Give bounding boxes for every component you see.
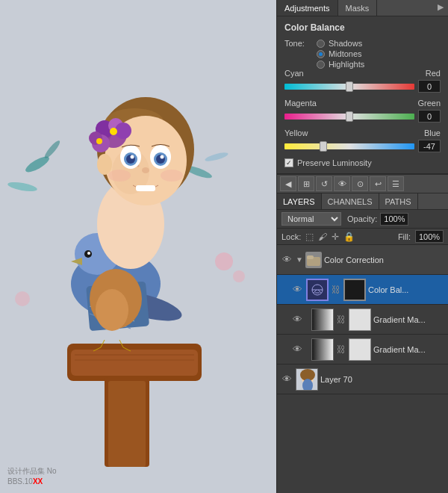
yellow-blue-thumb[interactable] xyxy=(320,141,327,152)
toolbar-btn-refresh[interactable]: ↺ xyxy=(316,176,332,191)
magenta-label: Magenta xyxy=(284,99,317,108)
layer-group-color-correction[interactable]: 👁 ▼ Color Correction xyxy=(277,245,448,275)
layers-options-row: Normal Multiply Screen Overlay Opacity: xyxy=(277,210,448,229)
blend-mode-select[interactable]: Normal Multiply Screen Overlay xyxy=(281,212,341,226)
magenta-green-value[interactable] xyxy=(418,110,441,123)
svg-point-57 xyxy=(110,128,117,135)
layer-gradient-2[interactable]: 👁 ⛓ Gradient Ma... xyxy=(277,335,448,365)
layer-70-name: Layer 70 xyxy=(320,375,445,384)
tab-channels[interactable]: CHANNELS xyxy=(322,193,379,209)
layer-thumb-balance xyxy=(306,279,329,301)
layer-group-name: Color Correction xyxy=(324,255,445,264)
preserve-luminosity-checkbox[interactable]: ✓ xyxy=(284,158,293,167)
panel-arrow[interactable]: ▶ xyxy=(433,0,448,16)
tone-shadows[interactable]: Shadows xyxy=(317,39,364,48)
layer-gradient2-name: Gradient Ma... xyxy=(373,345,445,354)
yellow-blue-value[interactable] xyxy=(418,140,441,152)
tone-radio-group: Shadows Midtones Highlights xyxy=(317,39,364,69)
layer-eye-70[interactable]: 👁 xyxy=(280,373,293,386)
svg-line-65 xyxy=(314,290,317,293)
layer-eye-gradient2[interactable]: 👁 xyxy=(290,343,304,356)
layers-panel: LAYERS CHANNELS PATHS Normal Multiply Sc… xyxy=(277,193,448,493)
color-balance-title: Color Balance xyxy=(284,22,441,33)
toolbar-btn-grid[interactable]: ⊞ xyxy=(298,176,314,191)
yellow-blue-track[interactable] xyxy=(284,143,414,149)
svg-point-46 xyxy=(131,155,134,159)
layer-chain-2: ⛓ xyxy=(337,314,346,325)
svg-point-20 xyxy=(96,289,128,331)
tone-label: Tone: xyxy=(284,39,305,48)
layer-mask-balance xyxy=(343,279,366,301)
watermark: 设计作品集 No BBS.10XX xyxy=(7,466,57,487)
toolbar-btn-back[interactable]: ◀ xyxy=(280,176,296,191)
cyan-label: Cyan xyxy=(284,69,304,78)
opacity-input[interactable] xyxy=(380,213,408,226)
toolbar-btn-eye[interactable]: 👁 xyxy=(334,176,350,191)
tab-masks[interactable]: Masks xyxy=(338,0,378,16)
lock-label: Lock: xyxy=(281,232,301,241)
tab-paths[interactable]: PATHS xyxy=(379,193,418,209)
yellow-blue-slider-row: Yellow Blue xyxy=(284,128,441,152)
svg-rect-62 xyxy=(307,255,314,259)
lock-all-icon[interactable]: 🔒 xyxy=(343,232,355,242)
magenta-green-thumb[interactable] xyxy=(346,111,353,122)
svg-rect-49 xyxy=(136,185,155,191)
fill-label: Fill: xyxy=(398,232,411,241)
magenta-green-track[interactable] xyxy=(284,114,414,120)
lock-position-icon[interactable]: ✛ xyxy=(332,232,339,242)
layer-color-balance[interactable]: 👁 ⛓ Color Bal... xyxy=(277,275,448,305)
red-label: Red xyxy=(426,69,441,78)
layers-lock-row: Lock: ⬚ 🖌 ✛ 🔒 Fill: xyxy=(277,229,448,245)
green-label: Green xyxy=(417,99,441,108)
toolbar-btn-menu[interactable]: ☰ xyxy=(388,176,404,191)
cyan-red-track[interactable] xyxy=(284,84,414,90)
bottom-toolbar: ◀ ⊞ ↺ 👁 ⊙ ↩ ☰ xyxy=(277,174,448,193)
radio-shadows xyxy=(317,40,325,48)
cyan-red-thumb[interactable] xyxy=(346,81,353,92)
fill-input[interactable] xyxy=(415,230,444,243)
svg-point-60 xyxy=(96,138,102,144)
tab-layers[interactable]: LAYERS xyxy=(277,193,322,209)
svg-point-6 xyxy=(215,252,233,270)
svg-point-18 xyxy=(87,252,90,255)
svg-point-48 xyxy=(142,167,149,173)
tone-midtones[interactable]: Midtones xyxy=(317,49,364,58)
toolbar-btn-undo[interactable]: ↩ xyxy=(370,176,386,191)
layer-eye-group[interactable]: 👁 xyxy=(280,253,293,267)
yellow-label: Yellow xyxy=(284,128,308,137)
svg-line-66 xyxy=(318,290,321,293)
radio-midtones xyxy=(317,50,325,58)
tab-adjustments[interactable]: Adjustments xyxy=(277,0,338,16)
layer-eye-color-balance[interactable]: 👁 xyxy=(290,283,304,297)
svg-point-8 xyxy=(15,291,30,306)
sliders-container: Cyan Red Magenta Green xyxy=(284,69,441,152)
svg-point-50 xyxy=(108,170,131,182)
tone-highlights[interactable]: Highlights xyxy=(317,60,364,69)
layers-tabs: LAYERS CHANNELS PATHS xyxy=(277,193,448,210)
layer-70[interactable]: 👁 Layer 70 xyxy=(277,365,448,394)
svg-point-56 xyxy=(115,123,131,139)
cyan-red-slider-row: Cyan Red xyxy=(284,69,441,93)
svg-point-52 xyxy=(97,154,112,175)
layer-thumb-gradient1 xyxy=(311,308,334,331)
toolbar-btn-circle[interactable]: ⊙ xyxy=(352,176,368,191)
lock-transparent-icon[interactable]: ⬚ xyxy=(305,232,314,242)
folder-icon xyxy=(305,252,322,268)
lock-image-icon[interactable]: 🖌 xyxy=(318,232,327,242)
svg-point-51 xyxy=(161,170,183,182)
layer-expand-arrow[interactable]: ▼ xyxy=(296,255,303,264)
layers-list[interactable]: 👁 ▼ Color Correction 👁 xyxy=(277,245,448,493)
layer-gradient-1[interactable]: 👁 ⛓ Gradient Ma... xyxy=(277,305,448,335)
svg-point-7 xyxy=(233,270,245,282)
layer-gradient1-name: Gradient Ma... xyxy=(373,315,445,324)
svg-rect-26 xyxy=(108,381,146,467)
layer-thumb-70 xyxy=(296,368,318,391)
cyan-red-value[interactable] xyxy=(418,80,441,93)
radio-highlights xyxy=(317,61,325,69)
preserve-luminosity-row[interactable]: ✓ Preserve Luminosity xyxy=(284,158,441,167)
magenta-green-slider-row: Magenta Green xyxy=(284,99,441,123)
layer-chain-1: ⛓ xyxy=(332,285,340,295)
layer-mask-gradient2 xyxy=(349,338,371,361)
right-panel: Adjustments Masks ▶ Color Balance Tone: … xyxy=(276,0,448,493)
layer-eye-gradient1[interactable]: 👁 xyxy=(290,313,304,326)
